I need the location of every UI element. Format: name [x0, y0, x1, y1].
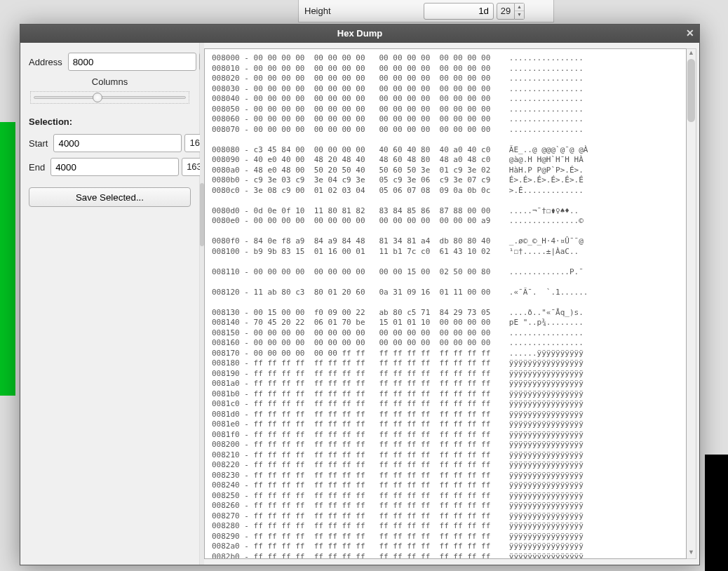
background-property-row: Height 29 ▲ ▼ [298, 0, 554, 22]
vertical-scrollbar[interactable]: ▲ ▼ [687, 48, 696, 559]
start-label: Start [29, 138, 48, 149]
height-stepper[interactable]: 29 ▲ ▼ [497, 3, 525, 20]
scrollbar-thumb[interactable] [687, 59, 695, 122]
chevron-up-icon[interactable]: ▲ [515, 4, 524, 12]
end-input[interactable] [50, 158, 179, 176]
selection-heading: Selection: [29, 116, 191, 127]
height-label: Height [304, 6, 424, 16]
close-icon[interactable]: ✕ [684, 27, 696, 40]
height-input[interactable] [424, 3, 494, 20]
hex-dump-view[interactable]: 008000 - 00 00 00 00 00 00 00 00 00 00 0… [204, 48, 687, 559]
background-green-strip [0, 122, 15, 396]
address-label: Address [29, 57, 62, 67]
window-titlebar[interactable]: Hex Dump ✕ [20, 25, 699, 43]
chevron-down-icon[interactable]: ▼ [515, 11, 524, 19]
slider-thumb[interactable] [93, 93, 102, 102]
scrollbar-track[interactable] [687, 59, 696, 549]
columns-slider[interactable] [30, 91, 189, 104]
left-panel: Address 32768 ▲ ▼ Columns Selection: [20, 43, 200, 565]
chevron-up-icon[interactable]: ▲ [687, 49, 696, 59]
window-title: Hex Dump [337, 28, 382, 39]
background-black-strip [705, 455, 728, 571]
columns-label: Columns [29, 76, 191, 87]
slider-track [34, 96, 186, 99]
chevron-down-icon[interactable]: ▼ [687, 549, 696, 558]
height-step-value: 29 [497, 3, 515, 20]
hex-dump-window: Hex Dump ✕ Address 32768 ▲ ▼ Columns [20, 24, 700, 565]
start-input[interactable] [53, 134, 182, 152]
save-selected-button[interactable]: Save Selected... [29, 187, 191, 207]
address-input[interactable] [68, 53, 196, 71]
end-label: End [29, 162, 45, 173]
